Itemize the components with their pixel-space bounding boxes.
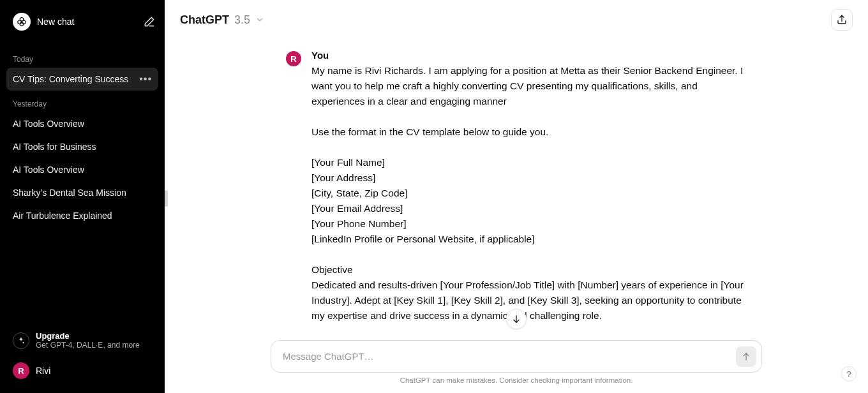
message-text: My name is Rivi Richards. I am applying … [311,63,747,323]
history-item-label: Sharky's Dental Sea Mission [13,188,126,198]
help-button[interactable]: ? [841,366,857,382]
message-author: You [311,50,747,61]
history-item[interactable]: Air Turbulence Explained [6,204,158,227]
upgrade-subtitle: Get GPT-4, DALL·E, and more [36,341,140,350]
history-group-label: Today [6,46,158,68]
history-item[interactable]: AI Tools Overview [6,112,158,135]
history-item[interactable]: AI Tools for Business [6,135,158,158]
model-name: ChatGPT [180,13,229,27]
history-group-label: Yesterday [6,91,158,112]
user-menu-button[interactable]: R Rivi [6,357,158,384]
history-item-cv-tips[interactable]: CV Tips: Converting Success ••• [6,68,158,91]
sparkle-icon [13,332,29,349]
history-item[interactable]: AI Tools Overview [6,158,158,181]
sidebar-history: Today CV Tips: Converting Success ••• Ye… [0,43,165,320]
chat-area: R You My name is Rivi Richards. I am app… [165,37,868,340]
history-item-label: AI Tools Overview [13,119,84,129]
history-item-label: AI Tools for Business [13,142,96,152]
history-item[interactable]: Sharky's Dental Sea Mission [6,181,158,204]
chevron-down-icon [255,15,264,24]
share-button[interactable] [831,9,853,31]
new-chat-button[interactable]: New chat [9,9,143,34]
main: ChatGPT 3.5 R You My name is Rivi Richar… [165,0,868,393]
new-chat-label: New chat [37,17,74,27]
footer-note: ChatGPT can make mistakes. Consider chec… [180,373,853,388]
openai-logo-icon [13,13,31,31]
sidebar-bottom: Upgrade Get GPT-4, DALL·E, and more R Ri… [0,320,165,393]
message-input[interactable] [283,345,736,368]
message-input-box [271,340,762,373]
upgrade-title: Upgrade [36,331,140,341]
upgrade-button[interactable]: Upgrade Get GPT-4, DALL·E, and more [6,326,158,355]
compose-icon[interactable] [143,15,156,28]
history-item-label: CV Tips: Converting Success [13,74,128,84]
input-area: ChatGPT can make mistakes. Consider chec… [165,340,868,393]
upgrade-texts: Upgrade Get GPT-4, DALL·E, and more [36,331,140,350]
history-item-label: AI Tools Overview [13,165,84,175]
more-options-icon[interactable]: ••• [139,73,152,85]
sidebar-top: New chat [0,0,165,43]
header: ChatGPT 3.5 [165,0,868,37]
history-item-label: Air Turbulence Explained [13,211,112,221]
send-button[interactable] [736,346,756,367]
user-name: Rivi [36,366,50,376]
sidebar: New chat Today CV Tips: Converting Succe… [0,0,165,393]
model-version: 3.5 [234,13,250,27]
message-body: You My name is Rivi Richards. I am apply… [311,50,747,323]
message-avatar: R [286,51,301,66]
scrollbar-handle[interactable] [165,190,168,207]
scroll-to-bottom-button[interactable] [506,309,527,329]
model-picker[interactable]: ChatGPT 3.5 [180,13,264,27]
user-message: R You My name is Rivi Richards. I am app… [271,50,762,323]
avatar: R [13,362,29,379]
